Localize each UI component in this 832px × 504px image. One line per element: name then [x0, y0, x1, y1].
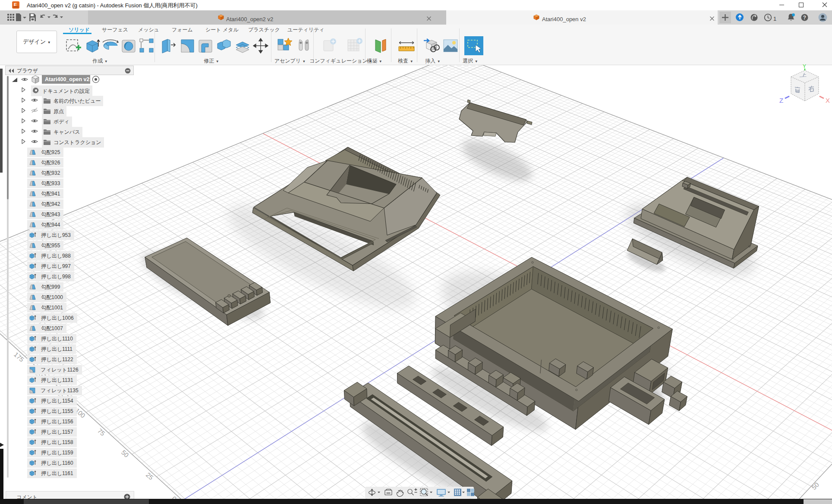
svg-text:?: ?	[803, 15, 806, 21]
svg-text:Y: Y	[803, 63, 806, 69]
svg-text:Z: Z	[779, 97, 783, 104]
svg-text:X: X	[826, 97, 830, 104]
